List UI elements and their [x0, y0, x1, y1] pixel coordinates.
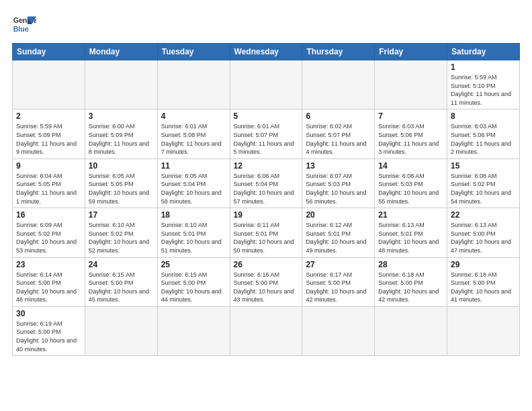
- calendar-cell: 30Sunrise: 6:19 AM Sunset: 5:00 PM Dayli…: [13, 306, 85, 355]
- weekday-header-wednesday: Wednesday: [230, 44, 302, 60]
- calendar-cell: 1Sunrise: 5:59 AM Sunset: 5:10 PM Daylig…: [447, 60, 520, 109]
- calendar-cell: [230, 306, 302, 355]
- weekday-header-sunday: Sunday: [13, 44, 85, 60]
- calendar-table: SundayMondayTuesdayWednesdayThursdayFrid…: [12, 43, 520, 356]
- day-number: 25: [161, 260, 226, 269]
- calendar-cell: 13Sunrise: 6:07 AM Sunset: 5:03 PM Dayli…: [302, 158, 375, 208]
- calendar-cell: 19Sunrise: 6:11 AM Sunset: 5:01 PM Dayli…: [230, 208, 302, 257]
- calendar-cell: 17Sunrise: 6:10 AM Sunset: 5:02 PM Dayli…: [85, 208, 157, 257]
- day-info: Sunrise: 6:01 AM Sunset: 5:07 PM Dayligh…: [234, 122, 299, 156]
- page: General Blue SundayMondayTuesdayWednesda…: [0, 0, 532, 411]
- calendar-cell: [375, 306, 447, 355]
- day-info: Sunrise: 6:13 AM Sunset: 5:00 PM Dayligh…: [451, 221, 516, 255]
- header: General Blue: [12, 12, 520, 36]
- day-number: 12: [234, 161, 299, 171]
- calendar-cell: 22Sunrise: 6:13 AM Sunset: 5:00 PM Dayli…: [447, 208, 520, 257]
- calendar-week-row: 23Sunrise: 6:14 AM Sunset: 5:00 PM Dayli…: [13, 257, 520, 306]
- calendar-cell: 27Sunrise: 6:17 AM Sunset: 5:00 PM Dayli…: [302, 257, 375, 306]
- day-number: 11: [161, 161, 226, 171]
- calendar-week-row: 16Sunrise: 6:09 AM Sunset: 5:02 PM Dayli…: [13, 208, 520, 257]
- day-number: 2: [16, 111, 81, 121]
- calendar-cell: 16Sunrise: 6:09 AM Sunset: 5:02 PM Dayli…: [13, 208, 85, 257]
- calendar-cell: 10Sunrise: 6:05 AM Sunset: 5:05 PM Dayli…: [85, 158, 157, 208]
- logo: General Blue: [12, 12, 36, 36]
- day-number: 7: [378, 111, 443, 121]
- weekday-header-row: SundayMondayTuesdayWednesdayThursdayFrid…: [13, 44, 520, 60]
- day-info: Sunrise: 6:03 AM Sunset: 5:06 PM Dayligh…: [378, 122, 443, 156]
- weekday-header-saturday: Saturday: [447, 44, 520, 60]
- calendar-cell: 6Sunrise: 6:02 AM Sunset: 5:07 PM Daylig…: [302, 109, 375, 158]
- day-number: 3: [89, 111, 154, 121]
- day-info: Sunrise: 6:08 AM Sunset: 5:03 PM Dayligh…: [378, 172, 443, 205]
- day-info: Sunrise: 6:15 AM Sunset: 5:00 PM Dayligh…: [161, 271, 226, 304]
- day-number: 18: [161, 210, 226, 220]
- calendar-cell: 14Sunrise: 6:08 AM Sunset: 5:03 PM Dayli…: [375, 158, 447, 208]
- day-number: 6: [306, 111, 371, 121]
- day-info: Sunrise: 5:59 AM Sunset: 5:09 PM Dayligh…: [16, 122, 81, 156]
- day-info: Sunrise: 6:11 AM Sunset: 5:01 PM Dayligh…: [234, 221, 299, 255]
- calendar-cell: 24Sunrise: 6:15 AM Sunset: 5:00 PM Dayli…: [85, 257, 157, 306]
- day-number: 4: [161, 111, 226, 121]
- day-info: Sunrise: 6:07 AM Sunset: 5:03 PM Dayligh…: [306, 172, 371, 205]
- calendar-cell: [157, 306, 230, 355]
- calendar-cell: [375, 60, 447, 109]
- calendar-week-row: 1Sunrise: 5:59 AM Sunset: 5:10 PM Daylig…: [13, 60, 520, 109]
- day-number: 23: [16, 260, 81, 269]
- day-info: Sunrise: 5:59 AM Sunset: 5:10 PM Dayligh…: [451, 73, 516, 107]
- calendar-cell: 15Sunrise: 6:08 AM Sunset: 5:02 PM Dayli…: [447, 158, 520, 208]
- calendar-cell: [447, 306, 520, 355]
- day-number: 21: [378, 210, 443, 220]
- day-number: 26: [234, 260, 299, 269]
- calendar-cell: [85, 60, 157, 109]
- calendar-cell: [157, 60, 230, 109]
- day-number: 14: [378, 161, 443, 171]
- day-number: 5: [234, 111, 299, 121]
- day-number: 28: [378, 260, 443, 269]
- calendar-cell: [13, 60, 85, 109]
- calendar-week-row: 9Sunrise: 6:04 AM Sunset: 5:05 PM Daylig…: [13, 158, 520, 208]
- day-info: Sunrise: 6:01 AM Sunset: 5:08 PM Dayligh…: [161, 122, 226, 156]
- day-info: Sunrise: 6:15 AM Sunset: 5:00 PM Dayligh…: [89, 271, 154, 304]
- calendar-cell: 9Sunrise: 6:04 AM Sunset: 5:05 PM Daylig…: [13, 158, 85, 208]
- day-info: Sunrise: 6:08 AM Sunset: 5:02 PM Dayligh…: [451, 172, 516, 205]
- day-number: 17: [89, 210, 154, 220]
- day-info: Sunrise: 6:10 AM Sunset: 5:01 PM Dayligh…: [161, 221, 226, 255]
- calendar-cell: 28Sunrise: 6:18 AM Sunset: 5:00 PM Dayli…: [375, 257, 447, 306]
- day-number: 30: [16, 309, 81, 318]
- day-number: 10: [89, 161, 154, 171]
- day-info: Sunrise: 6:05 AM Sunset: 5:05 PM Dayligh…: [89, 172, 154, 205]
- day-info: Sunrise: 6:13 AM Sunset: 5:01 PM Dayligh…: [378, 221, 443, 255]
- day-info: Sunrise: 6:05 AM Sunset: 5:04 PM Dayligh…: [161, 172, 226, 205]
- day-number: 8: [451, 111, 516, 121]
- day-number: 24: [89, 260, 154, 269]
- calendar-cell: 29Sunrise: 6:18 AM Sunset: 5:00 PM Dayli…: [447, 257, 520, 306]
- calendar-cell: 2Sunrise: 5:59 AM Sunset: 5:09 PM Daylig…: [13, 109, 85, 158]
- day-info: Sunrise: 6:12 AM Sunset: 5:01 PM Dayligh…: [306, 221, 371, 255]
- calendar-cell: 18Sunrise: 6:10 AM Sunset: 5:01 PM Dayli…: [157, 208, 230, 257]
- svg-text:Blue: Blue: [13, 25, 29, 33]
- calendar-cell: 23Sunrise: 6:14 AM Sunset: 5:00 PM Dayli…: [13, 257, 85, 306]
- weekday-header-tuesday: Tuesday: [157, 44, 230, 60]
- day-info: Sunrise: 6:17 AM Sunset: 5:00 PM Dayligh…: [306, 271, 371, 304]
- day-number: 9: [16, 161, 81, 171]
- calendar-cell: 7Sunrise: 6:03 AM Sunset: 5:06 PM Daylig…: [375, 109, 447, 158]
- calendar-cell: 11Sunrise: 6:05 AM Sunset: 5:04 PM Dayli…: [157, 158, 230, 208]
- day-info: Sunrise: 6:06 AM Sunset: 5:04 PM Dayligh…: [234, 172, 299, 205]
- day-number: 29: [451, 260, 516, 269]
- day-info: Sunrise: 6:18 AM Sunset: 5:00 PM Dayligh…: [451, 271, 516, 304]
- weekday-header-monday: Monday: [85, 44, 157, 60]
- calendar-cell: [230, 60, 302, 109]
- day-info: Sunrise: 6:09 AM Sunset: 5:02 PM Dayligh…: [16, 221, 81, 255]
- calendar-cell: 12Sunrise: 6:06 AM Sunset: 5:04 PM Dayli…: [230, 158, 302, 208]
- day-info: Sunrise: 6:00 AM Sunset: 5:09 PM Dayligh…: [89, 122, 154, 156]
- day-number: 19: [234, 210, 299, 220]
- day-info: Sunrise: 6:03 AM Sunset: 5:06 PM Dayligh…: [451, 122, 516, 156]
- calendar-cell: 26Sunrise: 6:16 AM Sunset: 5:00 PM Dayli…: [230, 257, 302, 306]
- day-number: 13: [306, 161, 371, 171]
- calendar-week-row: 30Sunrise: 6:19 AM Sunset: 5:00 PM Dayli…: [13, 306, 520, 355]
- calendar-cell: 20Sunrise: 6:12 AM Sunset: 5:01 PM Dayli…: [302, 208, 375, 257]
- calendar-cell: 4Sunrise: 6:01 AM Sunset: 5:08 PM Daylig…: [157, 109, 230, 158]
- calendar-cell: 8Sunrise: 6:03 AM Sunset: 5:06 PM Daylig…: [447, 109, 520, 158]
- day-info: Sunrise: 6:10 AM Sunset: 5:02 PM Dayligh…: [89, 221, 154, 255]
- calendar-cell: [302, 306, 375, 355]
